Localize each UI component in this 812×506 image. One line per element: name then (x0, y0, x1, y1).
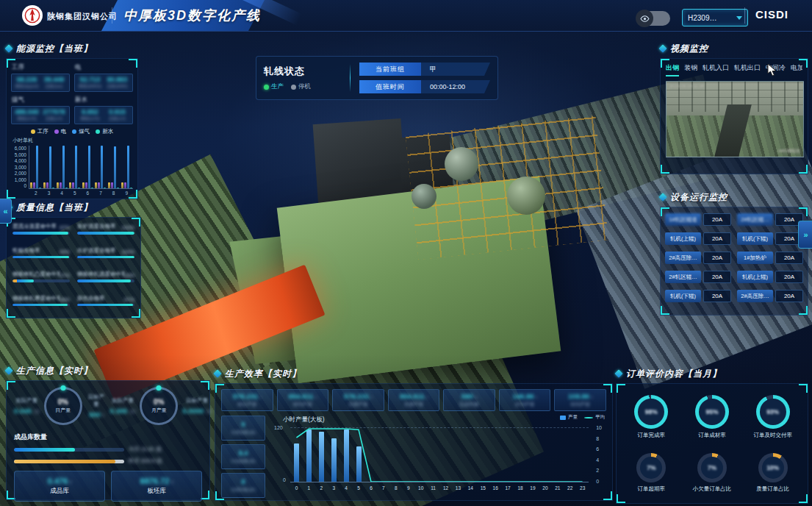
monthly-output-gauge-group: 实际产量 0.305 万t 0%月产量 目标产量 5.0000 万t (110, 387, 202, 425)
inventory-bar-yesterday: 昨天 520.5 批 (14, 457, 202, 465)
efficiency-stat: 576.231 t班次产量 (221, 389, 273, 411)
finished-stock-card: 0.476 t 成品库 (14, 471, 105, 502)
hourly-chart-legend: 产量平均 (560, 414, 605, 421)
shift-team-row: 当前班组 甲 (359, 63, 490, 76)
energy-panel-title: 能源监控【当班】 (16, 43, 93, 55)
energy-section-electric: 电 52.71380.883 单耗(kWh/t)总耗(kWh) (74, 63, 133, 92)
energy-section-water: 新水 6.6520.915 单耗(m³/t)总耗(m³) (74, 95, 133, 124)
video-tab-tapping[interactable]: 出钢 (666, 63, 679, 76)
energy-chart-plot: 23456789 (29, 146, 133, 189)
energy-chart-yticks: 6,0005,0004,0003,0002,0001,0000 (11, 146, 29, 188)
efficiency-side-stat: 8.4计划块数(块) (221, 444, 265, 469)
video-panel-title: 视频监控 (670, 43, 708, 55)
equipment-row: 2#高压除…20A (737, 290, 803, 302)
hourly-chart-title: 小时产量(大板) (283, 416, 606, 424)
order-overdue-donut: 7% 订单超期率 (636, 453, 666, 493)
energy-chart-legend: 工序电煤气新水 (11, 128, 133, 135)
batch-select-value: H2309… (688, 14, 716, 22)
equipment-monitor-panel: 设备运行监控 1#轧区辊道20A 2#轧区辊…20A 轧机(上辊)20A 轧机(… (660, 190, 808, 316)
energy-section-process: 工序 68.22639.449 单耗(kgce/t)总耗(tce) (11, 63, 70, 92)
daily-output-gauge-group: 实际产量 0.045 万t 0%日产量 目标产量 500 t (14, 387, 106, 425)
quality-item: 出炉温度合格率100% (77, 247, 134, 266)
video-tab-mill-entry[interactable]: 轧机入口 (703, 63, 729, 76)
efficiency-stat: 654.611 t月累产量 (388, 389, 440, 411)
gem-icon (213, 369, 221, 377)
left-axis-min: 0 (283, 477, 286, 482)
video-tabs: 出钢 装钢 轧机入口 轧机出口 中间冷 电加热 (666, 63, 802, 76)
hourly-bars: 01234567891011121314151617181920212223 (290, 427, 589, 482)
production-panel-title: 生产信息【实时】 (16, 365, 93, 377)
equipment-row: 轧机(下辊)20A (665, 290, 731, 302)
inventory-title: 成品库数量 (14, 432, 202, 442)
orders-eval-panel: 订单评价内容【当月】 98% 订单完成率 95% 订单成材率 93% 订单及时交… (616, 366, 808, 505)
gem-icon (614, 369, 622, 377)
legend-stopped: 停机 (291, 82, 311, 91)
equipment-row: 2#轧区辊…20A (665, 271, 731, 283)
quality-panel-title: 质量信息【当班】 (16, 202, 93, 214)
gem-icon (4, 44, 12, 52)
quality-item: 探伤合格率97% (77, 295, 134, 313)
right-axis-ticks: 1086420 (596, 425, 602, 484)
quality-item: 钢板终轧凸度命中率37% (12, 271, 70, 289)
equipment-row: 2#高压除…20A (665, 252, 731, 264)
quality-info-panel: 质量信息【当班】 层流冷温度命中率97% 装炉温度合格率100% 性能合格率99… (6, 200, 141, 319)
energy-chart-ylabel: 小时单耗 (12, 137, 133, 144)
chevron-down-icon (736, 16, 742, 20)
monthly-output-gauge: 0%月产量 (140, 387, 178, 425)
eye-icon (636, 10, 653, 27)
orders-panel-title: 订单评价内容【当月】 (626, 368, 722, 380)
cctv-video-feed[interactable]: 2023-09-14 11:28 1#出钢辊道 (666, 81, 804, 157)
hourly-output-chart: 小时产量(大板) 产量平均 120 0 1086420 012345678910… (271, 416, 606, 498)
company-name: 陕钢集团汉钢公司 (47, 11, 118, 22)
video-timestamp-overlay: 2023-09-14 11:28 (669, 84, 704, 88)
cisdi-logo: CISDI (755, 8, 788, 21)
order-ontime-donut: 93% 订单及时交付率 (753, 395, 792, 439)
visibility-toggle[interactable] (636, 11, 670, 26)
quality-item: 钢板终轧温度命中率93% (77, 271, 134, 289)
video-tab-intercool[interactable]: 中间冷 (766, 63, 786, 76)
production-info-panel: 生产信息【实时】 实际产量 0.045 万t 0%日产量 目标产量 500 t … (6, 363, 210, 502)
left-axis-max: 120 (274, 425, 283, 430)
order-yield-donut: 95% 订单成材率 (695, 395, 729, 439)
efficiency-side-stat: 9当班块数(块) (221, 416, 265, 441)
order-shortage-donut: 7% 小欠量订单占比 (693, 453, 732, 493)
energy-monitor-panel: 能源监控【当班】 工序 68.22639.449 单耗(kgce/t)总耗(tc… (6, 41, 138, 199)
daily-output-gauge: 0%日产量 (44, 387, 82, 425)
efficiency-stat: 108.86 t时均产量 (554, 389, 606, 411)
energy-section-gas: 煤气 486.040277578 单耗(m³/t)总耗(m³) (11, 95, 70, 124)
legend-production: 生产 (264, 82, 284, 91)
efficiency-stat: 576.231 t日累产量 (332, 389, 384, 411)
video-tab-eheating[interactable]: 电加热 (791, 63, 802, 76)
efficiency-stat: 654.611 t班均产量 (277, 389, 329, 411)
order-completion-donut: 98% 订单完成率 (634, 395, 668, 439)
efficiency-stat: 580 s轧制节奏 (443, 389, 495, 411)
roll-status-title: 轧线状态 (264, 65, 341, 78)
equipment-panel-title: 设备运行监控 (670, 191, 727, 204)
collapse-left-panel-button[interactable]: « (0, 199, 12, 224)
collapse-right-panel-button[interactable]: » (798, 221, 812, 249)
batch-select-dropdown[interactable]: H2309… (682, 9, 748, 26)
inventory-bar-today: 今日 11.81 批 (14, 446, 202, 453)
gem-icon (658, 44, 667, 52)
video-tab-charging[interactable]: 装钢 (684, 63, 697, 76)
roll-line-status-panel: 轧线状态 生产 停机 当前班组 甲 值班时间 00:00-12:00 (256, 56, 498, 100)
divider (350, 64, 351, 92)
shift-time-row: 值班时间 00:00-12:00 (359, 80, 490, 93)
company-logo-icon (22, 5, 43, 26)
energy-bar-chart: 6,0005,0004,0003,0002,0001,0000 23456789 (11, 146, 133, 189)
gem-icon (658, 193, 667, 201)
quality-item: 层流冷温度命中率97% (12, 223, 70, 241)
header-divider (744, 7, 745, 24)
slab-stock-card: 8876.72 t 板坯库 (111, 471, 202, 502)
gray-status-icon (291, 85, 296, 90)
video-tab-mill-exit[interactable]: 轧机出口 (734, 63, 761, 76)
video-monitor-panel: 视频监控 出钢 装钢 轧机入口 轧机出口 中间冷 电加热 2023-09-14 … (660, 41, 808, 175)
efficiency-side-stat: 8当班炉数(炉) (221, 473, 265, 498)
header-divider (112, 7, 112, 24)
quality-item: 钢板终轧厚度命中率96% (12, 295, 70, 313)
equipment-row: 1#轧区辊道20A (665, 213, 731, 226)
green-status-icon (264, 85, 269, 90)
efficiency-panel-title: 生产效率【实时】 (225, 368, 301, 380)
equipment-row: 2#轧区辊…20A (737, 213, 803, 226)
efficiency-stat: 146.86 t炉均产量 (499, 389, 551, 411)
